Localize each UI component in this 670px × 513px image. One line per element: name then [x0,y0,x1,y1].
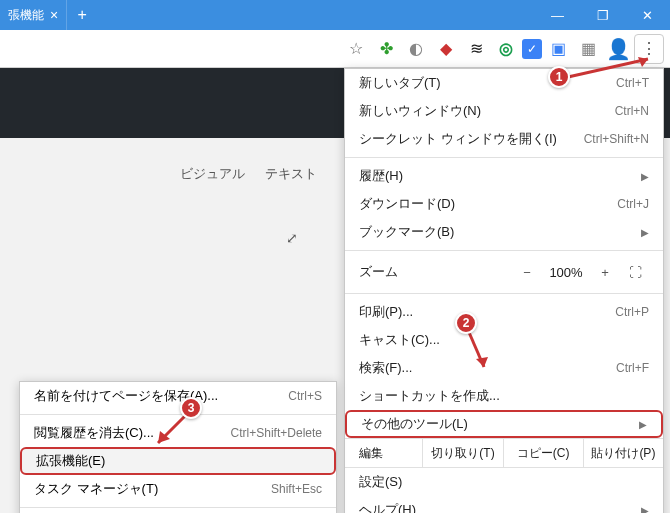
extension-clover-icon[interactable]: ✤ [372,35,400,63]
extension-spinner-icon[interactable]: ◐ [402,35,430,63]
menu-new-window[interactable]: 新しいウィンドウ(N)Ctrl+N [345,97,663,125]
zoom-level: 100% [543,265,589,280]
submenu-clear-history[interactable]: 閲覧履歴を消去(C)...Ctrl+Shift+Delete [20,419,336,447]
menu-find[interactable]: 検索(F)...Ctrl+F [345,354,663,382]
zoom-in-button[interactable]: + [589,265,621,280]
menu-cast[interactable]: キャスト(C)... [345,326,663,354]
edit-paste[interactable]: 貼り付け(P) [584,439,663,467]
submenu-save-as[interactable]: 名前を付けてページを保存(A)...Ctrl+S [20,382,336,410]
menu-settings[interactable]: 設定(S) [345,468,663,496]
chevron-right-icon: ▶ [639,419,647,430]
zoom-label: ズーム [359,263,511,281]
menu-separator [345,157,663,158]
edit-copy[interactable]: コピー(C) [504,439,584,467]
extension-circle-icon[interactable]: ◎ [492,35,520,63]
menu-bookmarks[interactable]: ブックマーク(B)▶ [345,218,663,246]
window-titlebar: 張機能 × + — ❐ ✕ [0,0,670,30]
menu-separator [345,293,663,294]
bookmark-star-icon[interactable]: ☆ [342,35,370,63]
new-tab-button[interactable]: + [67,0,97,30]
chrome-menu-button[interactable]: ⋮ [634,34,664,64]
menu-create-shortcut[interactable]: ショートカットを作成... [345,382,663,410]
edit-label: 編集 [345,439,423,467]
extension-check-icon[interactable]: ✓ [522,39,542,59]
fullscreen-icon[interactable]: ⛶ [621,265,649,280]
callout-2: 2 [455,312,477,334]
chrome-main-menu: 新しいタブ(T)Ctrl+T 新しいウィンドウ(N)Ctrl+N シークレット … [344,68,664,513]
window-maximize-button[interactable]: ❐ [580,0,625,30]
menu-separator [20,414,336,415]
tab-title: 張機能 [8,7,44,24]
menu-downloads[interactable]: ダウンロード(D)Ctrl+J [345,190,663,218]
menu-print[interactable]: 印刷(P)...Ctrl+P [345,298,663,326]
tab-visual[interactable]: ビジュアル [180,165,245,183]
chevron-right-icon: ▶ [641,505,649,514]
menu-edit-row: 編集 切り取り(T) コピー(C) 貼り付け(P) [345,438,663,468]
chevron-right-icon: ▶ [641,171,649,182]
tab-close-icon[interactable]: × [50,7,58,23]
menu-incognito[interactable]: シークレット ウィンドウを開く(I)Ctrl+Shift+N [345,125,663,153]
menu-new-tab[interactable]: 新しいタブ(T)Ctrl+T [345,69,663,97]
extension-diamond-icon[interactable]: ◆ [432,35,460,63]
extension-layers-icon[interactable]: ≋ [462,35,490,63]
extension-grid-icon[interactable]: ▦ [574,35,602,63]
chevron-right-icon: ▶ [641,227,649,238]
tab-text[interactable]: テキスト [265,165,317,183]
window-close-button[interactable]: ✕ [625,0,670,30]
callout-1: 1 [548,66,570,88]
editor-tabs: ビジュアル テキスト [180,165,317,183]
callout-3: 3 [180,397,202,419]
browser-toolbar: ☆ ✤ ◐ ◆ ≋ ◎ ✓ ▣ ▦ 👤 ⋮ [0,30,670,68]
menu-separator [345,250,663,251]
menu-help[interactable]: ヘルプ(H)▶ [345,496,663,513]
edit-cut[interactable]: 切り取り(T) [423,439,503,467]
submenu-task-manager[interactable]: タスク マネージャ(T)Shift+Esc [20,475,336,503]
menu-more-tools[interactable]: その他のツール(L)▶ [345,410,663,438]
expand-icon[interactable]: ⤢ [286,230,298,246]
menu-separator [20,507,336,508]
submenu-extensions[interactable]: 拡張機能(E) [20,447,336,475]
menu-history[interactable]: 履歴(H)▶ [345,162,663,190]
zoom-out-button[interactable]: − [511,265,543,280]
menu-zoom: ズーム − 100% + ⛶ [345,255,663,289]
browser-tab[interactable]: 張機能 × [0,0,67,30]
extension-inbox-icon[interactable]: ▣ [544,35,572,63]
profile-avatar-icon[interactable]: 👤 [604,35,632,63]
more-tools-submenu: 名前を付けてページを保存(A)...Ctrl+S 閲覧履歴を消去(C)...Ct… [19,381,337,513]
window-minimize-button[interactable]: — [535,0,580,30]
